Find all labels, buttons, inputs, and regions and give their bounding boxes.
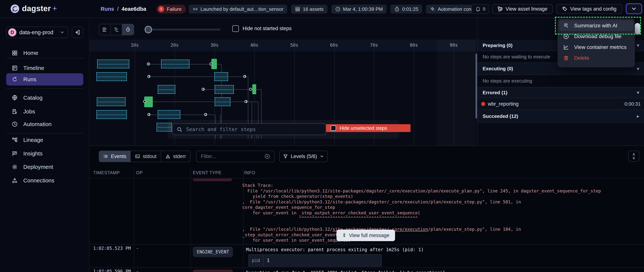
top-bar: dagster+ Runs / 4eae6dba ! Failure Launc…: [0, 0, 644, 18]
gantt-zoom-slider[interactable]: [145, 29, 220, 30]
step-bar-not-started[interactable]: [96, 72, 127, 81]
run-tag-label: Mar 4, 1:00:39 PM: [343, 6, 383, 12]
step-bar-not-started[interactable]: [214, 72, 228, 81]
waterfall-view-button[interactable]: [111, 24, 122, 35]
hide-unselected-checkbox[interactable]: [330, 125, 336, 131]
menu-item-label: Download debug file: [574, 33, 622, 39]
menu-item-download-debug-file[interactable]: Download debug file: [559, 31, 633, 42]
event-type-badge[interactable]: RUN_FAILURE: [193, 270, 233, 272]
sidebar-item-catalog[interactable]: Catalog: [6, 92, 83, 104]
gantt-out-of-range-region: [437, 40, 476, 145]
sidebar-item-home[interactable]: Home: [6, 47, 83, 59]
gantt-view-mode-group: [99, 24, 134, 35]
sidebar-item-automation[interactable]: Automation: [6, 118, 83, 130]
tag-icon: [562, 6, 568, 12]
clear-filter-icon[interactable]: [264, 153, 270, 159]
step-bar-dotted-line: [216, 77, 227, 77]
tab-events[interactable]: Events: [99, 151, 131, 162]
tab-stderr[interactable]: stderr: [161, 151, 190, 162]
view-asset-lineage-button[interactable]: View asset lineage: [492, 4, 553, 14]
sidebar-item-label: Runs: [23, 76, 36, 83]
timed-view-button[interactable]: [122, 24, 134, 35]
sidebar-item-label: Automation: [23, 121, 52, 127]
dependency-marker: [147, 62, 150, 65]
section-chevron-icon: ▸: [637, 114, 639, 119]
levels-filter-button[interactable]: Levels (5/6): [279, 150, 328, 162]
sidebar-item-insights[interactable]: Insights: [6, 147, 83, 160]
step-bar-succeeded[interactable]: [252, 84, 256, 94]
lineage-icon: [497, 6, 503, 12]
menu-item-summarize-with-ai[interactable]: Summarize with AI: [559, 20, 633, 31]
step-bar-not-started[interactable]: [215, 97, 230, 106]
tab-stdout[interactable]: stdout: [131, 151, 161, 162]
step-bar-not-started[interactable]: [161, 59, 190, 68]
deployment-avatar: D: [8, 28, 16, 36]
sidebar-item-timeline[interactable]: Timeline: [6, 62, 83, 74]
tab-label: Events: [111, 153, 126, 159]
panel-step-row[interactable]: wbr_reporting0:00:31: [478, 98, 644, 110]
row-divider: [90, 268, 644, 268]
brand-wordmark[interactable]: dagster+: [22, 4, 57, 13]
dependency-marker: [204, 113, 207, 116]
sidebar-item-jobs[interactable]: Jobs: [6, 105, 83, 118]
step-bar-not-started[interactable]: [158, 110, 180, 119]
breadcrumb-runs-link[interactable]: Runs: [100, 6, 114, 12]
column-op: OP: [136, 170, 143, 175]
notifications-button[interactable]: 0: [472, 4, 489, 14]
view-full-message-label: View full message: [349, 233, 390, 238]
tab-label: stderr: [173, 153, 186, 159]
flat-view-button[interactable]: [99, 24, 111, 35]
step-bar-not-started[interactable]: [215, 85, 234, 94]
deployment-name: data-eng-prod: [20, 29, 57, 35]
expand-log-panel-button[interactable]: ∧∨: [628, 150, 639, 162]
events-table-header: TIMESTAMP OP EVENT TYPE INFO: [90, 167, 644, 178]
sidebar-item-connections[interactable]: Connections: [6, 174, 83, 187]
sidebar-divider: [6, 88, 83, 89]
sidebar-item-label: Timeline: [23, 65, 44, 71]
panel-section-title: Preparing (0): [483, 43, 512, 48]
run-tag[interactable]: Mar 4, 1:00:39 PM: [331, 5, 387, 13]
sidebar-item-runs[interactable]: Runs: [6, 73, 83, 86]
run-tag[interactable]: 16 assets: [291, 5, 327, 13]
step-bar-not-started[interactable]: [97, 59, 129, 68]
panel-section-header[interactable]: Errored (1)▾: [478, 87, 644, 98]
dependency-marker: [249, 88, 252, 91]
deployment-switcher[interactable]: D data-eng-prod: [6, 27, 68, 38]
view-tags-and-config-button[interactable]: View tags and config: [556, 4, 622, 14]
gantt-zoom-slider-handle[interactable]: [144, 26, 152, 33]
step-bar-dotted-line: [216, 102, 229, 102]
run-tag[interactable]: 0:01:25: [390, 5, 422, 13]
step-bar-dotted-line: [98, 77, 126, 77]
menu-item-view-container-metrics[interactable]: View container metrics: [559, 42, 633, 53]
section-chevron-icon: ▾: [637, 43, 639, 48]
run-tag[interactable]: Launched by default_aut…tion_sensor: [189, 5, 287, 13]
menu-item-delete[interactable]: Delete: [559, 53, 633, 63]
gantt-timeline-axis: 10s20s30s40s50s60s70s80s90s: [90, 40, 477, 51]
step-bar-not-started[interactable]: [97, 97, 126, 106]
run-tag-label: Launched by default_aut…tion_sensor: [200, 6, 284, 12]
run-actions-menu-button[interactable]: [626, 3, 642, 14]
clock-icon: [335, 6, 341, 12]
step-search-input[interactable]: [172, 123, 326, 135]
step-bar-not-started[interactable]: [158, 85, 175, 94]
step-bar-dotted-line: [98, 64, 128, 65]
event-timestamp: 1:02:05.596 PM: [93, 269, 131, 272]
sidebar-item-lineage[interactable]: Lineage: [6, 134, 83, 146]
collapse-sidebar-button[interactable]: [72, 27, 83, 38]
chevron-down-icon: [60, 30, 65, 35]
sidebar-item-deployment[interactable]: Deployment: [6, 161, 83, 173]
step-bar-dotted-line: [162, 64, 188, 65]
gridline: [414, 40, 414, 145]
panel-section-header[interactable]: Succeeded (12)▸: [478, 110, 644, 123]
hide-not-started-checkbox[interactable]: [232, 25, 239, 32]
step-bar-dotted-line: [159, 115, 179, 115]
gantt-scrollbar[interactable]: [476, 54, 477, 119]
jobs-icon: [11, 108, 18, 115]
column-info: INFO: [244, 170, 255, 175]
log-filter-input[interactable]: [196, 150, 274, 162]
dependency-marker: [243, 75, 246, 78]
step-bar-not-started[interactable]: [96, 110, 127, 119]
view-full-message-button[interactable]: ⇕ View full message: [336, 230, 395, 241]
event-type-badge[interactable]: ENGINE_EVENT: [193, 247, 233, 257]
panel-empty-row: No steps are executing: [478, 75, 644, 87]
